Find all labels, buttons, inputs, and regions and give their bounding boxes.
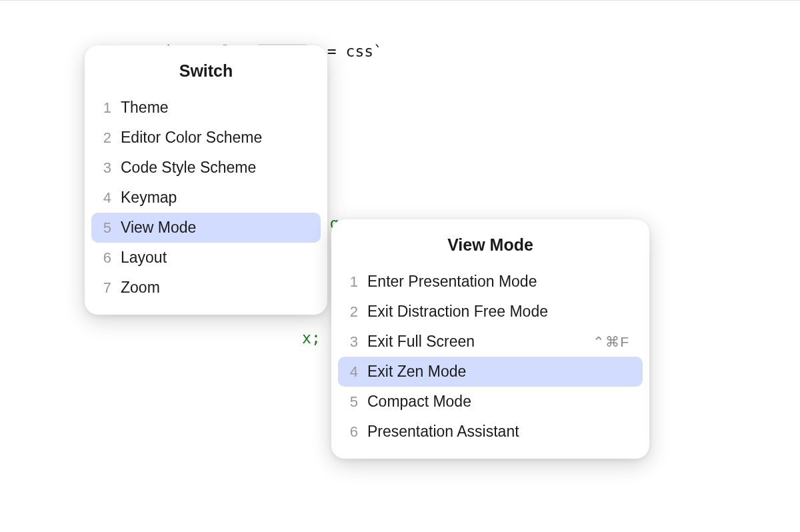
item-number: 4: [99, 189, 111, 207]
viewmode-popup-list: 1Enter Presentation Mode2Exit Distractio…: [331, 267, 649, 459]
item-number: 7: [99, 279, 111, 297]
popup-item-zoom[interactable]: 7Zoom: [91, 273, 321, 303]
item-label: View Mode: [121, 219, 307, 237]
viewmode-popup: View Mode 1Enter Presentation Mode2Exit …: [331, 219, 649, 459]
popup-item-compact-mode[interactable]: 5Compact Mode: [338, 387, 643, 417]
item-label: Keymap: [121, 189, 307, 207]
item-label: Exit Zen Mode: [367, 363, 629, 381]
item-number: 6: [346, 423, 358, 441]
popup-item-layout[interactable]: 6Layout: [91, 243, 321, 273]
popup-item-exit-full-screen[interactable]: 3Exit Full Screen⌃⌘F: [338, 327, 643, 357]
item-label: Editor Color Scheme: [121, 129, 307, 147]
popup-item-enter-presentation-mode[interactable]: 1Enter Presentation Mode: [338, 267, 643, 297]
item-number: 4: [346, 363, 358, 381]
item-label: Layout: [121, 249, 307, 267]
code-fragment: x;: [302, 329, 321, 347]
item-number: 2: [346, 303, 358, 321]
item-label: Exit Distraction Free Mode: [367, 303, 629, 321]
popup-item-theme[interactable]: 1Theme: [91, 93, 321, 123]
popup-item-editor-color-scheme[interactable]: 2Editor Color Scheme: [91, 123, 321, 153]
item-label: Compact Mode: [367, 393, 629, 411]
item-shortcut: ⌃⌘F: [593, 334, 629, 350]
item-label: Theme: [121, 99, 307, 117]
popup-item-presentation-assistant[interactable]: 6Presentation Assistant: [338, 417, 643, 447]
item-number: 5: [99, 219, 111, 237]
item-number: 3: [346, 333, 358, 351]
item-label: Code Style Scheme: [121, 159, 307, 177]
viewmode-popup-title: View Mode: [331, 219, 649, 267]
item-number: 6: [99, 249, 111, 267]
popup-item-exit-distraction-free-mode[interactable]: 2Exit Distraction Free Mode: [338, 297, 643, 327]
switch-popup-list: 1Theme2Editor Color Scheme3Code Style Sc…: [85, 93, 327, 315]
item-label: Exit Full Screen: [367, 333, 583, 351]
code-equals: =: [327, 43, 337, 60]
item-number: 5: [346, 393, 358, 411]
popup-item-code-style-scheme[interactable]: 3Code Style Scheme: [91, 153, 321, 183]
code-css-tag: css`: [346, 43, 383, 60]
switch-popup-title: Switch: [85, 45, 327, 93]
item-number: 3: [99, 159, 111, 177]
switch-popup: Switch 1Theme2Editor Color Scheme3Code S…: [85, 45, 327, 315]
item-label: Zoom: [121, 279, 307, 297]
item-label: Presentation Assistant: [367, 423, 629, 441]
popup-item-exit-zen-mode[interactable]: 4Exit Zen Mode: [338, 357, 643, 387]
item-number: 2: [99, 129, 111, 147]
popup-item-keymap[interactable]: 4Keymap: [91, 183, 321, 213]
item-label: Enter Presentation Mode: [367, 273, 629, 291]
popup-item-view-mode[interactable]: 5View Mode: [91, 213, 321, 243]
item-number: 1: [99, 99, 111, 117]
item-number: 1: [346, 273, 358, 291]
